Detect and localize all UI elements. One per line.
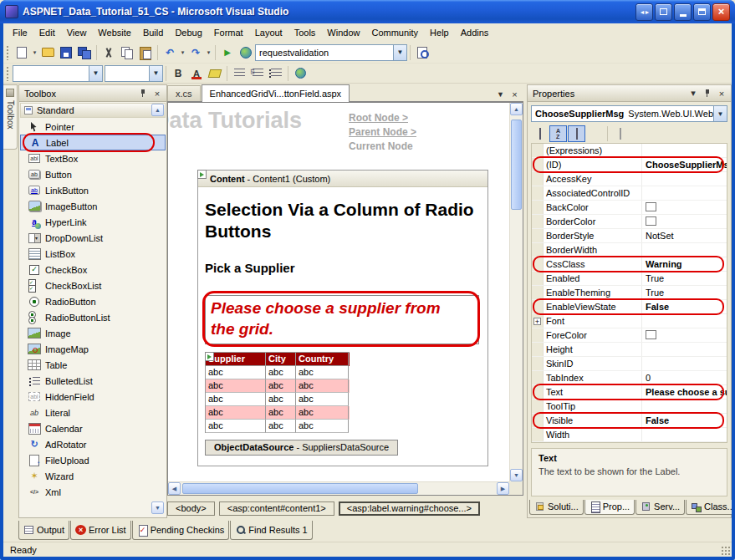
new-item-dropdown-icon[interactable]: ▾ bbox=[31, 44, 38, 61]
design-vertical-scrollbar[interactable]: ▲ ▼ bbox=[509, 103, 523, 481]
pin-button[interactable] bbox=[701, 87, 714, 99]
toolbox-item-wizard[interactable]: Wizard bbox=[20, 468, 166, 484]
property-value[interactable]: 0 bbox=[642, 371, 727, 384]
tool-window-tab[interactable]: Serv... bbox=[635, 500, 685, 515]
property-value[interactable]: ChooseSupplierMsg bbox=[642, 158, 727, 171]
property-value[interactable] bbox=[642, 328, 727, 342]
font-color-button[interactable]: A bbox=[187, 65, 206, 82]
toolbox-item-textbox[interactable]: TextBox bbox=[20, 150, 166, 166]
toolbox-titlebar[interactable]: Toolbox × bbox=[19, 85, 166, 102]
save-all-button[interactable] bbox=[75, 44, 94, 61]
toolbox-item-listbox[interactable]: ListBox bbox=[20, 246, 166, 262]
tab-list-dropdown-button[interactable]: ▼ bbox=[494, 88, 507, 100]
toolbox-item-button[interactable]: Button bbox=[20, 166, 166, 182]
object-selector-combobox[interactable]: ChooseSupplierMsg System.Web.UI.WebCor ▼ bbox=[531, 105, 727, 122]
document-tab[interactable]: EnhancedGridVi...ttonField.aspx bbox=[202, 84, 350, 102]
property-row[interactable]: BorderWidth bbox=[532, 243, 727, 257]
browser-button[interactable] bbox=[237, 44, 255, 61]
resize-grip[interactable] bbox=[720, 545, 731, 556]
property-value[interactable] bbox=[642, 172, 727, 186]
property-row[interactable]: ForeColor bbox=[532, 328, 727, 343]
pin-button[interactable] bbox=[136, 87, 150, 99]
categorized-button[interactable] bbox=[531, 125, 549, 142]
smart-tag-icon[interactable] bbox=[205, 352, 214, 361]
title-nav-button[interactable]: ◄► bbox=[635, 3, 653, 21]
menu-item[interactable]: Addins bbox=[455, 24, 495, 41]
align-left-button[interactable] bbox=[230, 65, 248, 82]
undo-button[interactable]: ↶ bbox=[161, 44, 179, 61]
property-value[interactable] bbox=[642, 428, 727, 441]
tag-navigator-item[interactable]: <asp:content#content1> bbox=[219, 501, 334, 516]
property-value[interactable]: True bbox=[642, 272, 727, 285]
property-row[interactable]: BorderColor bbox=[532, 215, 727, 229]
start-debug-button[interactable]: ▶ bbox=[218, 44, 237, 61]
property-value[interactable] bbox=[642, 314, 727, 328]
property-row[interactable]: BackColor bbox=[532, 201, 727, 215]
numbered-list-button[interactable] bbox=[248, 65, 267, 82]
window-menu-button[interactable]: ▾ bbox=[687, 87, 700, 99]
toolbox-autohide-tab[interactable]: Toolbox bbox=[3, 84, 18, 150]
property-value[interactable] bbox=[642, 357, 727, 370]
property-row[interactable]: EnableViewState False bbox=[532, 300, 727, 314]
tag-navigator-item[interactable]: <asp:label.warning#choose...> bbox=[339, 501, 480, 516]
property-value[interactable]: False bbox=[642, 300, 727, 313]
toolbox-item-table[interactable]: Table bbox=[20, 357, 166, 373]
properties-close-button[interactable]: × bbox=[715, 87, 728, 99]
property-value[interactable]: False bbox=[642, 414, 727, 427]
sitemap-node-link[interactable]: Parent Node > bbox=[349, 126, 416, 138]
tool-window-tab[interactable]: Find Results 1 bbox=[230, 521, 312, 540]
property-row[interactable]: TabIndex 0 bbox=[532, 371, 727, 385]
search-page-button[interactable] bbox=[413, 44, 431, 61]
properties-view-button[interactable] bbox=[568, 125, 585, 142]
alphabetical-button[interactable] bbox=[549, 125, 567, 142]
sitemap-node-link[interactable]: Current Node bbox=[349, 140, 416, 152]
property-value[interactable] bbox=[642, 343, 727, 356]
toolbar-grip[interactable] bbox=[6, 45, 10, 60]
document-tab[interactable]: x.cs bbox=[167, 85, 201, 101]
vertical-scrollbar-thumb[interactable] bbox=[511, 120, 522, 210]
design-surface[interactable]: Data Tutorials Root Node > Parent Node >… bbox=[167, 102, 523, 496]
menu-item[interactable]: View bbox=[61, 24, 93, 41]
property-row[interactable]: AssociatedControlID bbox=[532, 186, 727, 201]
redo-dropdown-icon[interactable]: ▾ bbox=[205, 44, 212, 61]
property-row[interactable]: + Font bbox=[532, 314, 727, 328]
property-row[interactable]: AccessKey bbox=[532, 172, 727, 186]
property-value[interactable]: NotSet bbox=[642, 229, 727, 242]
tool-window-tab[interactable]: Error List bbox=[70, 521, 131, 540]
toolbox-item-fileupload[interactable]: FileUpload bbox=[20, 452, 166, 468]
toolbox-scroll-down-button[interactable]: ▼ bbox=[151, 501, 164, 514]
menu-item[interactable]: File bbox=[7, 24, 33, 41]
tag-navigator-item[interactable]: <body> bbox=[167, 501, 215, 516]
paste-button[interactable] bbox=[136, 44, 155, 61]
toolbox-item-imagemap[interactable]: ImageMap bbox=[20, 341, 166, 357]
content-placeholder-region[interactable]: Content - Content1 (Custom) Selection Vi… bbox=[197, 170, 488, 466]
save-button[interactable] bbox=[57, 44, 75, 61]
undo-dropdown-icon[interactable]: ▾ bbox=[179, 44, 186, 61]
toolbox-item-checkboxlist[interactable]: CheckBoxList bbox=[20, 277, 166, 293]
cut-button[interactable] bbox=[100, 44, 118, 61]
menu-item[interactable]: Format bbox=[208, 24, 249, 41]
property-value[interactable]: Please choose a suppli bbox=[642, 385, 727, 399]
redo-button[interactable]: ↷ bbox=[186, 44, 205, 61]
menu-item[interactable]: Help bbox=[424, 24, 455, 41]
toolbox-item-hiddenfield[interactable]: HiddenField bbox=[20, 389, 166, 405]
toolbox-item-calendar[interactable]: Calendar bbox=[20, 420, 166, 436]
events-button[interactable] bbox=[586, 125, 604, 142]
close-button[interactable]: × bbox=[712, 3, 730, 21]
menu-item[interactable]: Window bbox=[321, 24, 365, 41]
combo-dropdown-icon[interactable]: ▼ bbox=[89, 66, 102, 81]
property-value[interactable] bbox=[642, 215, 727, 228]
property-pages-button[interactable] bbox=[611, 125, 629, 142]
toolbox-section-standard[interactable]: Standard bbox=[20, 103, 166, 118]
objectdatasource-control[interactable]: ObjectDataSource - SuppliersDataSource bbox=[205, 440, 398, 456]
url-combobox[interactable]: requestvalidation ▼ bbox=[255, 44, 407, 61]
tool-window-tab[interactable]: Pending Checkins bbox=[132, 521, 230, 540]
property-value[interactable] bbox=[642, 186, 727, 200]
toolbox-item-label[interactable]: Label bbox=[20, 135, 166, 150]
property-row[interactable]: EnableTheming True bbox=[532, 286, 727, 300]
titlebar[interactable]: ASPNET_Data_Tutorial_51_CS - Microsoft V… bbox=[0, 0, 735, 23]
property-value[interactable] bbox=[642, 400, 727, 413]
toolbox-scroll-up-button[interactable]: ▲ bbox=[151, 104, 164, 116]
combo-dropdown-icon[interactable]: ▼ bbox=[149, 66, 162, 81]
choose-supplier-label[interactable]: Please choose a supplier from the grid. bbox=[205, 295, 479, 344]
